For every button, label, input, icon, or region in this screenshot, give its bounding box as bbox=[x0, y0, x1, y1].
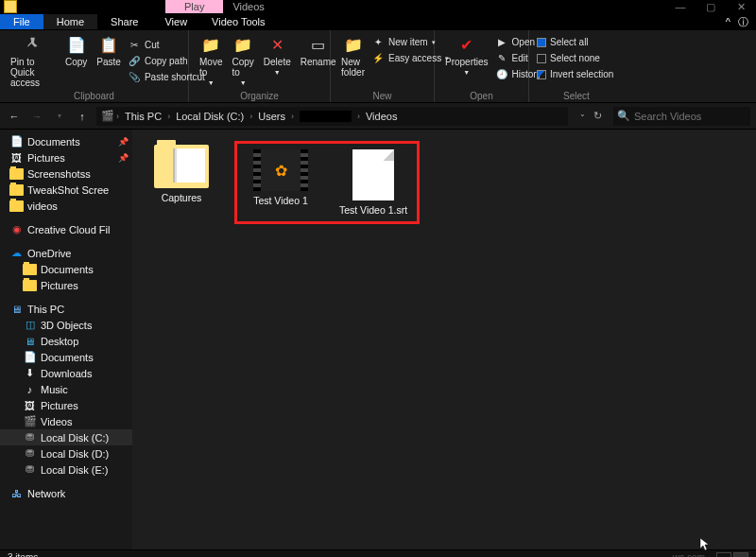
breadcrumb[interactable]: This PC bbox=[121, 111, 165, 122]
view-tab[interactable]: View bbox=[151, 14, 200, 29]
properties-button[interactable]: ✔Properties▼ bbox=[440, 32, 493, 89]
up-button[interactable]: ↑ bbox=[74, 111, 91, 122]
file-tab[interactable]: File bbox=[0, 14, 43, 29]
location-icon: 🎬 bbox=[100, 110, 114, 122]
breadcrumb[interactable]: Local Disk (C:) bbox=[172, 111, 248, 122]
close-button[interactable]: ✕ bbox=[726, 1, 756, 13]
copy-button[interactable]: 📄Copy bbox=[60, 32, 92, 89]
breadcrumb[interactable]: Videos bbox=[362, 111, 401, 122]
forward-button[interactable]: → bbox=[28, 111, 45, 122]
ribbon: Pin to Quick access 📄Copy 📋Paste ✂Cut 🔗C… bbox=[0, 30, 756, 103]
select-all-button[interactable]: Select all bbox=[535, 36, 618, 48]
open-group-label: Open bbox=[435, 91, 528, 101]
maximize-button[interactable]: ▢ bbox=[696, 1, 726, 13]
context-tab-play: Play bbox=[165, 0, 223, 13]
new-group-label: New bbox=[331, 91, 434, 101]
dropdown-icon[interactable]: ⌄ bbox=[579, 110, 586, 122]
select-none-button[interactable]: Select none bbox=[535, 52, 618, 64]
nav-item-onedrive[interactable]: ☁OneDrive bbox=[0, 245, 132, 261]
copy-to-button[interactable]: 📁Copy to▼ bbox=[227, 32, 258, 89]
nav-item-drive-e[interactable]: ⛃Local Disk (E:) bbox=[0, 461, 132, 478]
nav-item-documents[interactable]: 📄Documents bbox=[0, 349, 132, 365]
nav-item-creative-cloud[interactable]: ◉Creative Cloud Fil bbox=[0, 221, 132, 237]
select-group-label: Select bbox=[529, 91, 624, 101]
invert-selection-button[interactable]: Invert selection bbox=[535, 68, 618, 80]
clipboard-group-label: Clipboard bbox=[0, 91, 188, 101]
nav-item-drive-c[interactable]: ⛃Local Disk (C:) bbox=[0, 429, 132, 445]
nav-item-videos-qa[interactable]: videos bbox=[0, 198, 132, 214]
watermark-text: ws com bbox=[673, 552, 705, 558]
move-to-button[interactable]: 📁Move to▼ bbox=[195, 32, 227, 89]
window-title: Videos bbox=[223, 1, 273, 12]
back-button[interactable]: ← bbox=[6, 111, 23, 122]
nav-item-music[interactable]: ♪Music bbox=[0, 381, 132, 397]
network-icon: 🖧 bbox=[9, 487, 24, 499]
organize-group-label: Organize bbox=[189, 91, 330, 101]
navigation-pane[interactable]: 📄Documents📌 🖼Pictures📌 Screenshotss Twea… bbox=[0, 130, 132, 549]
drive-icon: ⛃ bbox=[23, 447, 37, 460]
navigation-bar: ← → ▾ ↑ 🎬 › This PC› Local Disk (C:)› Us… bbox=[0, 103, 756, 130]
paste-button[interactable]: 📋Paste bbox=[92, 32, 126, 89]
ribbon-expand-icon[interactable]: ^ bbox=[726, 16, 730, 27]
onedrive-icon: ☁ bbox=[9, 247, 24, 259]
status-bar: 3 items ws com bbox=[0, 549, 756, 557]
file-item-srt[interactable]: Test Video 1.srt bbox=[334, 149, 413, 216]
breadcrumb-redacted[interactable] bbox=[296, 111, 355, 122]
title-bar: Play Videos — ▢ ✕ bbox=[0, 0, 756, 13]
video-thumbnail: ✿ bbox=[253, 149, 308, 191]
nav-item-tweakshot[interactable]: TweakShot Scree bbox=[0, 182, 132, 198]
pin-icon: 📌 bbox=[118, 153, 129, 163]
folder-item-captures[interactable]: Captures bbox=[142, 141, 221, 203]
item-label: Test Video 1.srt bbox=[339, 204, 407, 216]
recent-locations-button[interactable]: ▾ bbox=[51, 112, 68, 120]
nav-item-downloads[interactable]: ⬇Downloads bbox=[0, 365, 132, 381]
nav-item-od-pictures[interactable]: Pictures bbox=[0, 277, 132, 293]
drive-icon: ⛃ bbox=[23, 463, 37, 476]
home-tab[interactable]: Home bbox=[43, 14, 97, 29]
help-icon[interactable]: ⓘ bbox=[738, 15, 748, 29]
file-icon bbox=[352, 149, 394, 200]
video-tools-tab[interactable]: Video Tools bbox=[200, 14, 276, 29]
address-bar[interactable]: 🎬 › This PC› Local Disk (C:)› Users› › V… bbox=[96, 107, 568, 126]
folder-icon bbox=[154, 145, 209, 188]
pin-quick-access-button[interactable]: Pin to Quick access bbox=[6, 32, 60, 89]
minimize-button[interactable]: — bbox=[665, 1, 696, 13]
drive-icon: ⛃ bbox=[23, 431, 37, 444]
item-label: Captures bbox=[162, 192, 202, 203]
item-count: 3 items bbox=[8, 552, 38, 557]
details-view-button[interactable] bbox=[716, 552, 731, 558]
pc-icon: 🖥 bbox=[9, 303, 24, 315]
new-folder-button[interactable]: 📁New folder bbox=[336, 32, 369, 89]
breadcrumb[interactable]: Users bbox=[254, 111, 289, 122]
nav-item-pictures[interactable]: 🖼Pictures bbox=[0, 397, 132, 413]
nav-item-drive-d[interactable]: ⛃Local Disk (D:) bbox=[0, 445, 132, 461]
search-input[interactable] bbox=[634, 111, 747, 122]
nav-item-documents[interactable]: 📄Documents📌 bbox=[0, 133, 132, 149]
highlight-annotation: ✿ Test Video 1 Test Video 1.srt bbox=[234, 141, 420, 224]
pin-icon: 📌 bbox=[118, 137, 129, 147]
menu-bar: File Home Share View Video Tools ^ ⓘ bbox=[0, 13, 756, 30]
search-icon: 🔍 bbox=[617, 110, 630, 122]
video-item-test-video[interactable]: ✿ Test Video 1 bbox=[241, 149, 320, 216]
nav-item-3d-objects[interactable]: ◫3D Objects bbox=[0, 317, 132, 333]
nav-item-desktop[interactable]: 🖥Desktop bbox=[0, 333, 132, 349]
cursor-icon bbox=[699, 537, 711, 552]
nav-item-this-pc[interactable]: 🖥This PC bbox=[0, 301, 132, 317]
nav-item-screenshots[interactable]: Screenshotss bbox=[0, 165, 132, 182]
delete-button[interactable]: ✕Delete▼ bbox=[259, 32, 296, 89]
item-label: Test Video 1 bbox=[253, 195, 308, 206]
content-pane[interactable]: Captures ✿ Test Video 1 Test Video 1.srt bbox=[132, 130, 756, 549]
nav-item-videos[interactable]: 🎬Videos bbox=[0, 413, 132, 429]
app-icon bbox=[4, 0, 17, 13]
nav-item-network[interactable]: 🖧Network bbox=[0, 485, 132, 501]
search-box[interactable]: 🔍 bbox=[613, 107, 750, 126]
share-tab[interactable]: Share bbox=[97, 14, 151, 29]
nav-item-pictures[interactable]: 🖼Pictures📌 bbox=[0, 149, 132, 165]
refresh-button[interactable]: ↻ bbox=[593, 110, 602, 122]
nav-item-od-documents[interactable]: Documents bbox=[0, 261, 132, 277]
icons-view-button[interactable] bbox=[733, 552, 748, 558]
